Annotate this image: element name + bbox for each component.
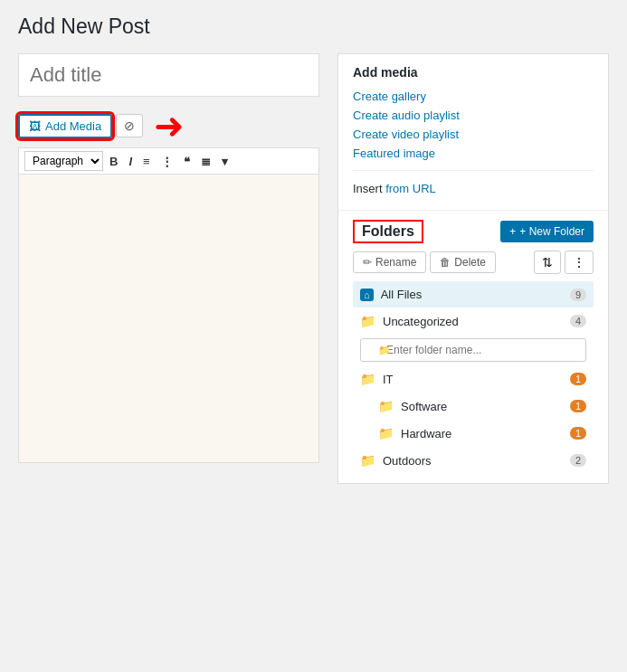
- side-panel: Add media Create gallery Create audio pl…: [337, 53, 609, 484]
- from-url-text: from URL: [385, 182, 436, 195]
- toolbar-row: 🖼 Add Media ⊘ ➜: [18, 108, 319, 144]
- add-media-button[interactable]: 🖼 Add Media: [18, 114, 112, 138]
- new-folder-button[interactable]: + + New Folder: [500, 221, 594, 242]
- ellipsis-icon: ⋮: [573, 255, 585, 270]
- insert-text: Insert: [353, 182, 383, 195]
- title-input[interactable]: [18, 53, 319, 97]
- create-video-playlist-link[interactable]: Create video playlist: [353, 125, 594, 144]
- folder-name: Hardware: [401, 427, 570, 440]
- folder-item-hardware[interactable]: 📁 Hardware 1: [353, 420, 594, 447]
- folders-section: Folders + + New Folder ✏ Rename 🗑 Delete: [338, 211, 608, 483]
- folder-actions: ✏ Rename 🗑 Delete ⇅ ⋮: [353, 251, 594, 274]
- create-gallery-link[interactable]: Create gallery: [353, 87, 594, 106]
- folder-count: 1: [570, 373, 586, 385]
- rename-icon: ✏: [363, 256, 372, 269]
- more-options-button[interactable]: ⋮: [565, 251, 594, 274]
- folder-item-all-files[interactable]: ⌂ All Files 9: [353, 281, 594, 308]
- folder-count: 2: [570, 454, 586, 467]
- align-button[interactable]: ≣: [196, 153, 215, 170]
- folder-name: IT: [383, 373, 570, 386]
- main-area: 🖼 Add Media ⊘ ➜ Paragraph B I ≡ ⋮ ❝ ≣ ▾: [18, 53, 609, 484]
- add-media-section: Add media Create gallery Create audio pl…: [338, 54, 608, 211]
- editor-body[interactable]: [18, 174, 319, 463]
- folder-list: ⌂ All Files 9 📁 Uncategorized 4: [353, 281, 594, 335]
- folder-item-uncategorized[interactable]: 📁 Uncategorized 4: [353, 308, 594, 335]
- add-media-label: Add Media: [45, 119, 101, 133]
- folder-count: 1: [570, 400, 586, 412]
- arrow-indicator: ➜: [154, 108, 185, 144]
- folder-item-outdoors[interactable]: 📁 Outdoors 2: [353, 447, 594, 474]
- more-toolbar-button[interactable]: ▾: [217, 153, 233, 170]
- folder-icon: 📁: [360, 453, 375, 468]
- add-media-heading: Add media: [353, 65, 594, 80]
- home-icon: ⌂: [360, 289, 374, 301]
- featured-image-link[interactable]: Featured image: [353, 144, 594, 163]
- folder-icon: 📁: [378, 426, 394, 440]
- italic-button[interactable]: I: [124, 153, 137, 170]
- folder-name: Software: [401, 400, 570, 413]
- folder-count: 9: [570, 289, 586, 301]
- editor-area: 🖼 Add Media ⊘ ➜ Paragraph B I ≡ ⋮ ❝ ≣ ▾: [18, 53, 319, 484]
- folder-input-row: [353, 335, 594, 365]
- folder-input-wrapper: [360, 338, 586, 362]
- format-toolbar: Paragraph B I ≡ ⋮ ❝ ≣ ▾: [18, 147, 319, 174]
- unordered-list-button[interactable]: ≡: [138, 153, 155, 170]
- folder-count: 4: [570, 315, 586, 327]
- delete-label: Delete: [454, 256, 486, 269]
- media-icon: 🖼: [29, 119, 41, 133]
- disable-button[interactable]: ⊘: [116, 114, 143, 137]
- divider: [353, 170, 594, 171]
- folder-icon: 📁: [378, 399, 394, 413]
- plus-icon: +: [509, 225, 516, 238]
- folders-label: Folders: [353, 220, 423, 243]
- folder-item-software[interactable]: 📁 Software 1: [353, 393, 594, 420]
- sort-button[interactable]: ⇅: [534, 251, 561, 274]
- ordered-list-button[interactable]: ⋮: [157, 153, 177, 170]
- folders-header: Folders + + New Folder: [353, 220, 594, 243]
- folder-name: Uncategorized: [383, 315, 570, 328]
- folder-icon: 📁: [360, 314, 375, 328]
- page-title: Add New Post: [18, 14, 609, 39]
- folder-icon: 📁: [360, 372, 375, 386]
- folder-name: Outdoors: [383, 454, 570, 468]
- rename-label: Rename: [375, 256, 416, 269]
- page-wrapper: Add New Post 🖼 Add Media ⊘ ➜ Paragraph B: [0, 0, 627, 672]
- insert-from-url-link[interactable]: Insert from URL: [353, 178, 594, 199]
- folder-group-it: 📁 IT 1 📁 Software 1 📁 Hardware 1: [353, 365, 594, 474]
- bold-button[interactable]: B: [105, 153, 122, 170]
- sort-icon: ⇅: [542, 255, 553, 270]
- folder-name: All Files: [381, 288, 570, 301]
- folder-item-it[interactable]: 📁 IT 1: [353, 365, 594, 393]
- paragraph-select[interactable]: Paragraph: [24, 151, 103, 171]
- delete-button[interactable]: 🗑 Delete: [430, 251, 496, 273]
- create-audio-playlist-link[interactable]: Create audio playlist: [353, 106, 594, 125]
- folder-count: 1: [570, 427, 586, 440]
- rename-button[interactable]: ✏ Rename: [353, 251, 426, 273]
- new-folder-label: + New Folder: [519, 225, 584, 238]
- trash-icon: 🗑: [440, 256, 451, 269]
- circle-slash-icon: ⊘: [124, 118, 135, 133]
- blockquote-button[interactable]: ❝: [179, 153, 195, 170]
- folder-search-input[interactable]: [360, 338, 586, 362]
